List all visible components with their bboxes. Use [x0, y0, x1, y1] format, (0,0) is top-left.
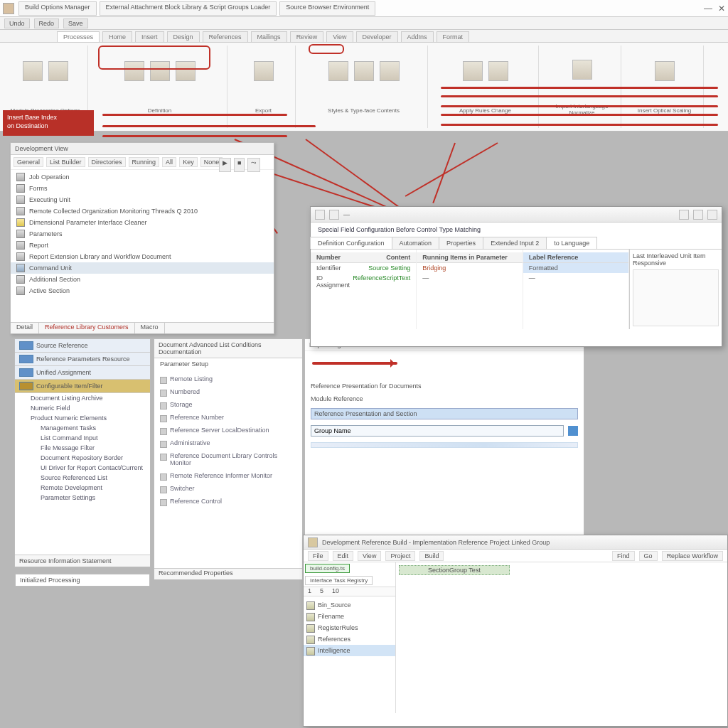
- font-icon[interactable]: [328, 61, 348, 81]
- objtool-general[interactable]: General: [14, 157, 43, 167]
- obj-item[interactable]: Executing Unit: [11, 194, 274, 205]
- code-editor[interactable]: SectionGroup Test: [396, 562, 727, 713]
- obj-item[interactable]: Additional Section: [11, 274, 274, 285]
- nav-section-1[interactable]: Source Reference: [15, 339, 150, 353]
- obj-item[interactable]: Parameters: [11, 228, 274, 240]
- ribbon-tab-processes[interactable]: Processes: [57, 31, 100, 42]
- task-item[interactable]: Reference Server LocalDestination: [154, 424, 302, 437]
- ribbon-tab-references[interactable]: References: [203, 31, 248, 42]
- ribbon-tab-home[interactable]: Home: [102, 31, 132, 42]
- qat-redo[interactable]: Redo: [34, 18, 60, 28]
- task-item[interactable]: Remote Reference Informer Monitor: [154, 469, 302, 482]
- obj-item[interactable]: Report Extension Library and Workflow Do…: [11, 251, 274, 262]
- obj-item[interactable]: Job Operation: [11, 171, 274, 183]
- nav-item[interactable]: List Command Input: [15, 433, 150, 443]
- title-tab-1[interactable]: Build Options Manager: [18, 1, 97, 16]
- proj-item[interactable]: Bin_Source: [304, 599, 395, 611]
- task-item[interactable]: Reference Control: [154, 495, 302, 508]
- menu-project[interactable]: Project: [385, 551, 415, 561]
- task-item[interactable]: Storage: [154, 398, 302, 411]
- grid-cell[interactable]: Bridging: [422, 264, 446, 272]
- dlg-tab-ext[interactable]: Extended Input 2: [483, 237, 547, 249]
- grid-cell[interactable]: —: [422, 274, 429, 282]
- ribbon-tab-addins[interactable]: AddIns: [401, 31, 434, 42]
- mini-step[interactable]: ⤳: [247, 158, 260, 172]
- proj-item[interactable]: RegisterRules: [304, 622, 395, 633]
- dlg-back-button[interactable]: [315, 210, 325, 220]
- qat-undo[interactable]: Undo: [4, 18, 30, 28]
- task-item[interactable]: Numbered: [154, 385, 302, 398]
- title-tab-3[interactable]: Source Browser Environment: [279, 1, 375, 16]
- mini-stop[interactable]: ■: [234, 158, 245, 172]
- nav-item[interactable]: Source Referenced List: [15, 473, 150, 483]
- nav-item[interactable]: Management Tasks: [15, 423, 150, 433]
- ribbon-tab-developer[interactable]: Developer: [356, 31, 398, 42]
- nav-item[interactable]: Numeric Field: [15, 403, 150, 413]
- editor-tab-active[interactable]: build.config.ts: [305, 564, 350, 573]
- nav-item[interactable]: File Message Filter: [15, 443, 150, 453]
- proj-item[interactable]: Intelligence: [304, 645, 395, 656]
- rule-icon[interactable]: [463, 61, 483, 81]
- task-item[interactable]: Reference Document Library Controls Moni…: [154, 449, 302, 469]
- mini-run[interactable]: ▶: [219, 158, 231, 172]
- grid-cell[interactable]: Identifier: [316, 264, 341, 272]
- objtab-detail[interactable]: Detail: [11, 323, 39, 333]
- obj-item[interactable]: Dimensional Parameter Interface Cleaner: [11, 217, 274, 228]
- ribbon-tab-mailings[interactable]: Mailings: [251, 31, 287, 42]
- editor-tab[interactable]: Interface Task Registry: [305, 576, 373, 585]
- obj-item[interactable]: Remote Collected Organization Monitoring…: [11, 205, 274, 217]
- menu-edit[interactable]: Edit: [333, 551, 354, 561]
- zoom-icon[interactable]: [655, 61, 675, 81]
- minimize-button[interactable]: —: [704, 4, 712, 14]
- close-button[interactable]: ✕: [718, 4, 725, 14]
- import-icon[interactable]: [572, 60, 592, 80]
- color-icon[interactable]: [354, 61, 374, 81]
- cut-icon[interactable]: [48, 61, 68, 81]
- objtool-dir[interactable]: Directories: [88, 157, 126, 167]
- grid-cell[interactable]: Source Setting: [368, 264, 410, 272]
- ribbon-tab-insert[interactable]: Insert: [135, 31, 164, 42]
- dlg-tab-auto[interactable]: Automation: [392, 237, 440, 249]
- task-item[interactable]: Administrative: [154, 437, 302, 449]
- menu-debug[interactable]: Find: [612, 551, 635, 561]
- dlg-tab-lang[interactable]: to Language: [546, 237, 597, 249]
- dlg-tab-prop[interactable]: Properties: [439, 237, 483, 249]
- qat-save[interactable]: Save: [63, 18, 88, 28]
- nav-item[interactable]: Remote Development: [15, 483, 150, 493]
- obj-item[interactable]: Forms: [11, 183, 274, 194]
- grid-cell[interactable]: —: [529, 274, 535, 282]
- nav-item[interactable]: Document Repository Border: [15, 453, 150, 463]
- paste-icon[interactable]: [23, 61, 43, 81]
- nav-item[interactable]: Parameter Settings: [15, 493, 150, 503]
- menu-window[interactable]: Replace Workflow: [662, 551, 723, 561]
- task-item[interactable]: Reference Number: [154, 411, 302, 424]
- dlg-fwd-button[interactable]: [329, 210, 339, 220]
- nav-item[interactable]: Product Numeric Elements: [15, 413, 150, 423]
- objtab-macro[interactable]: Macro: [135, 323, 165, 333]
- dlg-min-button[interactable]: [679, 210, 689, 220]
- task-item[interactable]: Switcher: [154, 482, 302, 495]
- nav-section-2[interactable]: Reference Parameters Resource: [15, 353, 150, 366]
- ribbon-tab-review[interactable]: Review: [290, 31, 324, 42]
- ribbon-tab-view[interactable]: View: [326, 31, 353, 42]
- ribbon-tab-design[interactable]: Design: [167, 31, 200, 42]
- align-icon[interactable]: [380, 61, 400, 81]
- obj-item[interactable]: Command Unit: [11, 262, 274, 274]
- dlg-max-button[interactable]: [693, 210, 703, 220]
- page-icon[interactable]: [488, 61, 508, 81]
- menu-file[interactable]: File: [308, 551, 328, 561]
- nav-section-3[interactable]: Unified Assignment: [15, 366, 150, 380]
- dropdown-selected[interactable]: Reference Presentation and Section: [311, 408, 578, 419]
- objtool-all[interactable]: All: [162, 157, 176, 167]
- menu-tools[interactable]: Go: [639, 551, 658, 561]
- proj-item[interactable]: References: [304, 633, 395, 645]
- proj-item[interactable]: Filename: [304, 611, 395, 622]
- grid-cell[interactable]: Formatted: [529, 264, 558, 272]
- objtab-ref[interactable]: Reference Library Customers: [39, 323, 135, 333]
- grid-cell[interactable]: ID Assignment: [316, 274, 353, 289]
- dlg-tab-def[interactable]: Definition Configuration: [310, 237, 392, 249]
- objtool-key[interactable]: Key: [179, 157, 198, 167]
- objtool-list[interactable]: List Builder: [46, 157, 85, 167]
- title-tab-2[interactable]: External Attachment Block Library & Scri…: [100, 1, 277, 16]
- obj-item[interactable]: Active Section: [11, 285, 274, 296]
